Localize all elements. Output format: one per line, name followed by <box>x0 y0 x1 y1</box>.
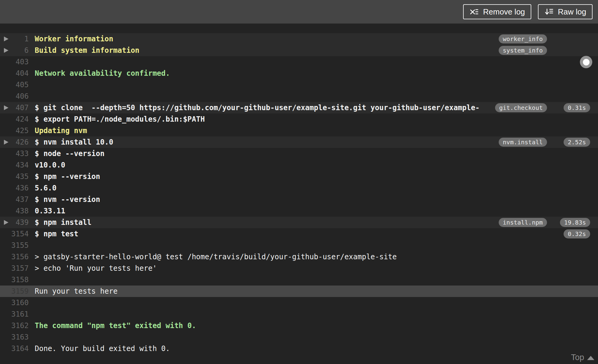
line-number[interactable]: 3158 <box>0 274 29 286</box>
line-text: $ npm test <box>29 228 598 240</box>
line-number[interactable]: 425 <box>0 125 29 136</box>
line-text: $ nvm --version <box>29 194 598 205</box>
log-row: 3155 <box>0 240 598 251</box>
fold-name-badge: git.checkout <box>495 103 547 112</box>
log-row[interactable]: 439 $ npm install install.npm 19.83s <box>0 217 598 228</box>
log-row: 3157 > echo 'Run your tests here' <box>0 263 598 274</box>
line-number[interactable]: 3155 <box>0 240 29 251</box>
log-row[interactable]: 407 $ git clone --depth=50 https://githu… <box>0 102 598 113</box>
line-text: $ node --version <box>29 148 598 159</box>
log-row[interactable]: 6 Build system information system_info <box>0 45 598 56</box>
log-row: 425 Updating nvm <box>0 125 598 136</box>
fold-arrow-icon[interactable] <box>4 105 8 110</box>
fold-name-badge: nvm.install <box>499 138 547 147</box>
line-text: Done. Your build exited with 0. <box>29 343 598 354</box>
scroll-position-dot <box>583 59 590 65</box>
line-number[interactable]: 405 <box>0 79 29 91</box>
fold-arrow-icon[interactable] <box>4 140 8 145</box>
line-number[interactable]: 3161 <box>0 308 29 320</box>
line-number[interactable]: 3157 <box>0 263 29 274</box>
line-number[interactable]: 433 <box>0 148 29 159</box>
log-row[interactable]: 426 $ nvm install 10.0 nvm.install 2.52s <box>0 136 598 148</box>
line-number[interactable]: 434 <box>0 159 29 171</box>
log-row: 404 Network availability confirmed. <box>0 68 598 79</box>
fold-name-badge: install.npm <box>499 218 547 227</box>
remove-log-button[interactable]: Remove log <box>463 4 531 19</box>
log-row: 406 <box>0 91 598 102</box>
line-text: > gatsby-starter-hello-world@ test /home… <box>29 251 598 263</box>
raw-log-icon <box>544 7 554 17</box>
line-number[interactable]: 3154 <box>0 228 29 240</box>
fold-arrow-icon[interactable] <box>4 37 8 41</box>
log-container: 1 Worker information worker_info 6 Build… <box>0 24 598 364</box>
line-text: Updating nvm <box>29 125 598 136</box>
line-text: $ export PATH=./node_modules/.bin:$PATH <box>29 113 598 125</box>
scroll-position-indicator <box>580 56 592 68</box>
log-row: 3158 <box>0 274 598 286</box>
line-text: 0.33.11 <box>29 205 598 217</box>
log-row: 435 $ npm --version <box>0 171 598 182</box>
line-text: $ npm --version <box>29 171 598 182</box>
remove-log-label: Remove log <box>483 7 525 17</box>
log-row: 3154 $ npm test 0.32s <box>0 228 598 240</box>
line-number[interactable]: 3159 <box>0 286 29 297</box>
line-number[interactable]: 403 <box>0 56 29 68</box>
build-log-page: Remove log Raw log 1 Worker information … <box>0 0 598 364</box>
line-text: The command "npm test" exited with 0. <box>29 320 598 331</box>
log-row: 434 v10.0.0 <box>0 159 598 171</box>
log-row[interactable]: 1 Worker information worker_info <box>0 33 598 45</box>
line-text: v10.0.0 <box>29 159 598 171</box>
line-number[interactable]: 3160 <box>0 297 29 308</box>
line-number[interactable]: 3156 <box>0 251 29 263</box>
log-row: 3163 <box>0 331 598 343</box>
log-rows: 1 Worker information worker_info 6 Build… <box>0 33 598 354</box>
fold-arrow-icon[interactable] <box>4 48 8 53</box>
line-number[interactable]: 3162 <box>0 320 29 331</box>
arrow-up-icon <box>587 356 594 360</box>
log-row: 424 $ export PATH=./node_modules/.bin:$P… <box>0 113 598 125</box>
raw-log-label: Raw log <box>558 7 586 17</box>
log-row: 3160 <box>0 297 598 308</box>
line-number[interactable]: 3164 <box>0 343 29 354</box>
log-toolbar: Remove log Raw log <box>0 0 598 24</box>
remove-log-icon <box>469 7 479 17</box>
line-number[interactable]: 435 <box>0 171 29 182</box>
duration-badge: 19.83s <box>560 218 590 227</box>
line-number[interactable]: 406 <box>0 91 29 102</box>
line-number[interactable]: 424 <box>0 113 29 125</box>
line-number[interactable]: 404 <box>0 68 29 79</box>
line-number[interactable]: 3163 <box>0 331 29 343</box>
duration-badge: 0.31s <box>564 103 590 112</box>
duration-badge: 0.32s <box>564 229 590 238</box>
line-text: Run your tests here <box>29 286 598 297</box>
line-text: > echo 'Run your tests here' <box>29 263 598 274</box>
log-row: 405 <box>0 79 598 91</box>
line-text: Network availability confirmed. <box>29 68 598 79</box>
scroll-to-top-link[interactable]: Top <box>571 353 594 362</box>
fold-name-badge: system_info <box>499 46 547 55</box>
log-row: 3164 Done. Your build exited with 0. <box>0 343 598 354</box>
log-row: 433 $ node --version <box>0 148 598 159</box>
log-row: 3159 Run your tests here <box>0 286 598 297</box>
duration-badge: 2.52s <box>564 138 590 147</box>
log-row: 3162 The command "npm test" exited with … <box>0 320 598 331</box>
log-row: 436 5.6.0 <box>0 182 598 194</box>
log-row: 438 0.33.11 <box>0 205 598 217</box>
line-number[interactable]: 438 <box>0 205 29 217</box>
line-number[interactable]: 436 <box>0 182 29 194</box>
log-row: 3161 <box>0 308 598 320</box>
log-row: 3156 > gatsby-starter-hello-world@ test … <box>0 251 598 263</box>
raw-log-button[interactable]: Raw log <box>538 4 593 19</box>
log-row: 403 <box>0 56 598 68</box>
top-link-label: Top <box>571 353 584 362</box>
line-text: 5.6.0 <box>29 182 598 194</box>
fold-name-badge: worker_info <box>499 34 547 43</box>
line-number[interactable]: 437 <box>0 194 29 205</box>
log-row: 437 $ nvm --version <box>0 194 598 205</box>
fold-arrow-icon[interactable] <box>4 220 8 225</box>
